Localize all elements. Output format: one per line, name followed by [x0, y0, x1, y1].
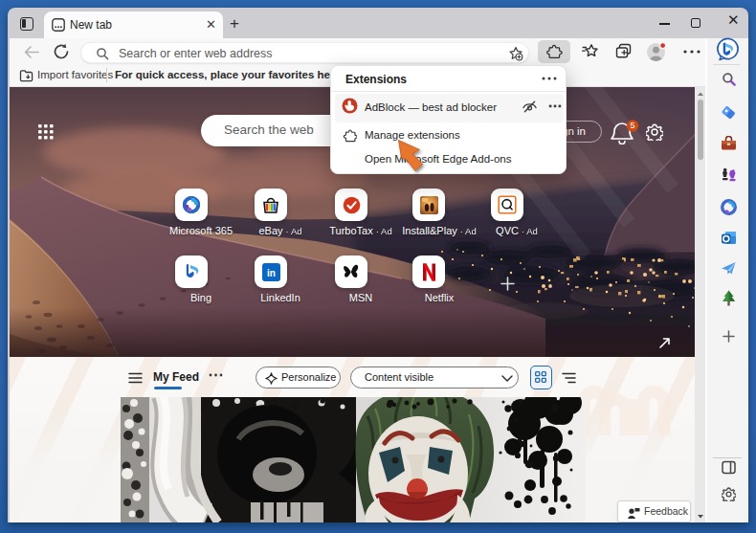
svg-text:5: 5	[630, 121, 634, 130]
svg-text:in: in	[267, 267, 276, 278]
